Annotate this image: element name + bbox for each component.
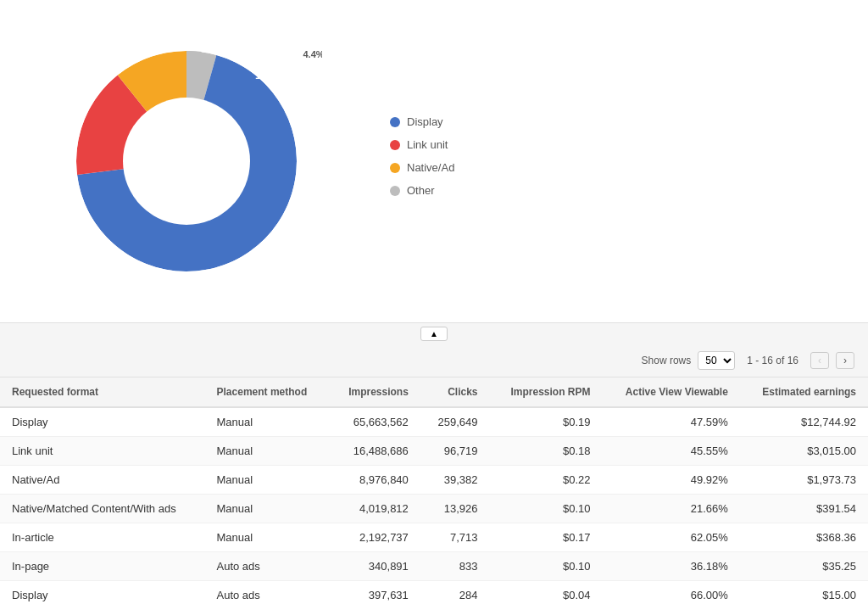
cell-rpm: $0.10 bbox=[490, 495, 603, 523]
table-row: In-pageAuto ads340,891833$0.1036.18%$35.… bbox=[0, 552, 868, 581]
cell-format: In-article bbox=[0, 523, 205, 552]
table-controls: Show rows 50 1 - 16 of 16 ‹ › bbox=[0, 344, 868, 378]
col-impressions: Impressions bbox=[329, 378, 420, 407]
legend-item-linkunit: Link unit bbox=[390, 138, 454, 151]
legend-dot-display bbox=[390, 117, 400, 127]
legend-dot-linkunit bbox=[390, 140, 400, 150]
col-earnings: Estimated earnings bbox=[740, 378, 868, 407]
collapse-button[interactable]: ▲ bbox=[420, 327, 448, 341]
donut-chart: 68.7% 16.2% 10.6% 4.4% bbox=[51, 25, 322, 297]
table-section: Show rows 50 1 - 16 of 16 ‹ › Requested … bbox=[0, 344, 868, 604]
legend-item-display: Display bbox=[390, 115, 454, 128]
cell-impressions: 4,019,812 bbox=[329, 495, 420, 523]
table-row: In-articleManual2,192,7377,713$0.1762.05… bbox=[0, 523, 868, 552]
cell-impressions: 397,631 bbox=[329, 581, 420, 605]
table-row: Native/AdManual8,976,84039,382$0.2249.92… bbox=[0, 466, 868, 495]
legend-label-display: Display bbox=[407, 115, 443, 128]
cell-viewable: 62.05% bbox=[603, 523, 740, 552]
prev-page-button[interactable]: ‹ bbox=[810, 352, 829, 369]
cell-rpm: $0.19 bbox=[490, 407, 603, 437]
cell-format: Native/Matched Content/With ads bbox=[0, 495, 205, 523]
cell-impressions: 65,663,562 bbox=[329, 407, 420, 437]
legend-label-linkunit: Link unit bbox=[407, 138, 448, 151]
cell-earnings: $15.00 bbox=[740, 581, 868, 605]
cell-placement: Manual bbox=[205, 466, 330, 495]
legend-label-nativead: Native/Ad bbox=[407, 161, 454, 174]
chart-legend: Display Link unit Native/Ad Other bbox=[390, 115, 454, 207]
cell-rpm: $0.04 bbox=[490, 581, 603, 605]
header-row: Requested format Placement method Impres… bbox=[0, 378, 868, 407]
cell-clicks: 259,649 bbox=[420, 407, 490, 437]
table-body: DisplayManual65,663,562259,649$0.1947.59… bbox=[0, 407, 868, 604]
next-page-button[interactable]: › bbox=[836, 352, 854, 369]
legend-item-nativead: Native/Ad bbox=[390, 161, 454, 174]
cell-clicks: 284 bbox=[420, 581, 490, 605]
data-table: Requested format Placement method Impres… bbox=[0, 378, 868, 604]
cell-earnings: $3,015.00 bbox=[740, 437, 868, 466]
col-viewable: Active View Viewable bbox=[603, 378, 740, 407]
cell-viewable: 45.55% bbox=[603, 437, 740, 466]
cell-format: Display bbox=[0, 407, 205, 437]
cell-rpm: $0.22 bbox=[490, 466, 603, 495]
legend-dot-nativead bbox=[390, 163, 400, 173]
col-placement: Placement method bbox=[205, 378, 330, 407]
cell-viewable: 21.66% bbox=[603, 495, 740, 523]
cell-earnings: $35.25 bbox=[740, 552, 868, 581]
col-clicks: Clicks bbox=[420, 378, 490, 407]
cell-format: Display bbox=[0, 581, 205, 605]
cell-format: In-page bbox=[0, 552, 205, 581]
label-other: 4.4% bbox=[303, 49, 322, 59]
cell-rpm: $0.17 bbox=[490, 523, 603, 552]
cell-viewable: 36.18% bbox=[603, 552, 740, 581]
cell-earnings: $1,973.73 bbox=[740, 466, 868, 495]
cell-viewable: 49.92% bbox=[603, 466, 740, 495]
cell-placement: Manual bbox=[205, 407, 330, 437]
cell-clicks: 7,713 bbox=[420, 523, 490, 552]
cell-rpm: $0.18 bbox=[490, 437, 603, 466]
cell-impressions: 2,192,737 bbox=[329, 523, 420, 552]
table-row: Native/Matched Content/With adsManual4,0… bbox=[0, 495, 868, 523]
cell-impressions: 16,488,686 bbox=[329, 437, 420, 466]
col-rpm: Impression RPM bbox=[490, 378, 603, 407]
cell-placement: Manual bbox=[205, 523, 330, 552]
legend-item-other: Other bbox=[390, 184, 454, 197]
legend-dot-other bbox=[390, 186, 400, 196]
legend-label-other: Other bbox=[407, 184, 435, 197]
cell-earnings: $368.36 bbox=[740, 523, 868, 552]
label-nativead: 10.6% bbox=[255, 70, 284, 81]
cell-viewable: 66.00% bbox=[603, 581, 740, 605]
cell-placement: Manual bbox=[205, 437, 330, 466]
cell-impressions: 8,976,840 bbox=[329, 466, 420, 495]
cell-impressions: 340,891 bbox=[329, 552, 420, 581]
cell-placement: Auto ads bbox=[205, 581, 330, 605]
table-row: Link unitManual16,488,68696,719$0.1845.5… bbox=[0, 437, 868, 466]
divider-row: ▲ bbox=[0, 322, 868, 344]
cell-viewable: 47.59% bbox=[603, 407, 740, 437]
table-header: Requested format Placement method Impres… bbox=[0, 378, 868, 407]
rows-per-page-select[interactable]: 50 bbox=[698, 351, 735, 370]
chart-section: 68.7% 16.2% 10.6% 4.4% Display Link unit bbox=[0, 0, 868, 322]
table-row: DisplayAuto ads397,631284$0.0466.00%$15.… bbox=[0, 581, 868, 605]
show-rows-label: Show rows bbox=[642, 355, 692, 366]
cell-placement: Auto ads bbox=[205, 552, 330, 581]
cell-earnings: $12,744.92 bbox=[740, 407, 868, 437]
cell-clicks: 96,719 bbox=[420, 437, 490, 466]
cell-clicks: 39,382 bbox=[420, 466, 490, 495]
cell-format: Native/Ad bbox=[0, 466, 205, 495]
cell-earnings: $391.54 bbox=[740, 495, 868, 523]
cell-clicks: 13,926 bbox=[420, 495, 490, 523]
page-info: 1 - 16 of 16 bbox=[747, 355, 798, 366]
cell-clicks: 833 bbox=[420, 552, 490, 581]
col-format: Requested format bbox=[0, 378, 205, 407]
cell-format: Link unit bbox=[0, 437, 205, 466]
cell-placement: Manual bbox=[205, 495, 330, 523]
cell-rpm: $0.10 bbox=[490, 552, 603, 581]
label-linkunit: 16.2% bbox=[201, 155, 232, 168]
table-row: DisplayManual65,663,562259,649$0.1947.59… bbox=[0, 407, 868, 437]
